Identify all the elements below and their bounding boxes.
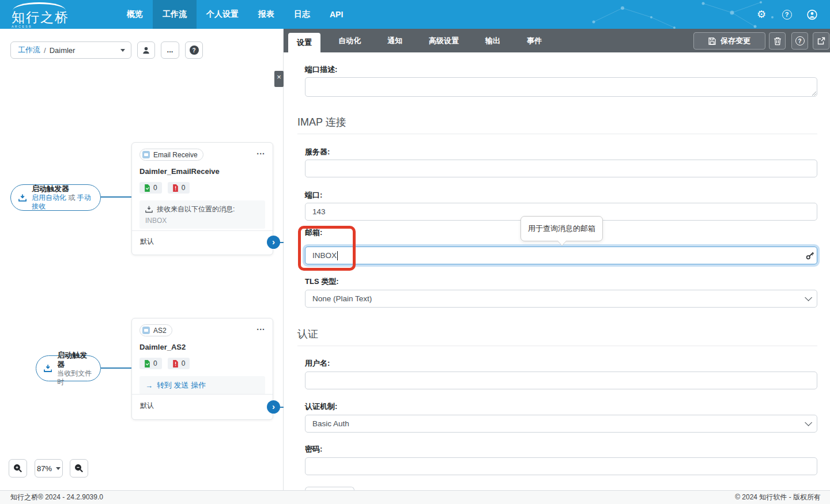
person-icon	[142, 46, 150, 55]
card-next-arrow-button[interactable]: ›	[267, 400, 280, 414]
or-text: 或	[68, 194, 75, 202]
auth-mechanism-select[interactable]: Basic Auth	[305, 415, 817, 433]
app-logo[interactable]: 知行之桥 ARCESB INTERNATIONAL	[12, 2, 75, 29]
chevron-down-icon	[56, 467, 61, 470]
tls-type-label: TLS 类型:	[305, 276, 339, 287]
breadcrumb-root[interactable]: 工作流	[18, 45, 40, 55]
account-icon[interactable]	[807, 9, 817, 20]
nav-item-overview[interactable]: 概览	[117, 0, 153, 29]
chevron-down-icon	[120, 49, 125, 52]
mailbox-input[interactable]: INBOX	[305, 247, 817, 264]
tab-notifications[interactable]: 通知	[379, 29, 411, 52]
tab-events[interactable]: 事件	[518, 29, 550, 52]
zoom-out-button[interactable]	[70, 459, 88, 478]
navbar-actions: ⚙ ?	[756, 0, 817, 29]
nav-item-api[interactable]: API	[320, 0, 353, 29]
port-description-label: 端口描述:	[305, 65, 337, 75]
card-footer-label: 默认	[140, 237, 154, 247]
workflow-user-button[interactable]	[137, 41, 155, 59]
start-trigger-as2[interactable]: 启动触发器 当收到文件时	[36, 355, 101, 381]
error-count[interactable]: 0	[168, 182, 190, 194]
zoom-level-dropdown[interactable]: 87%	[35, 459, 63, 478]
delete-button[interactable]	[769, 32, 786, 50]
tab-output[interactable]: 输出	[477, 29, 509, 52]
receive-tray-icon	[145, 206, 153, 213]
auth-mechanism-label: 认证机制:	[305, 401, 337, 412]
zoom-out-icon	[74, 464, 84, 473]
gear-icon[interactable]: ⚙	[756, 9, 767, 20]
start-trigger-email[interactable]: 启动触发器 启用自动化 或 手动接收	[10, 184, 101, 211]
footer-copyright-text: © 2024 知行软件 - 版权所有	[735, 491, 821, 504]
workflow-more-button[interactable]: ...	[161, 41, 179, 59]
top-navbar: 知行之桥 ARCESB INTERNATIONAL 概览 工作流 个人设置 报表…	[0, 0, 830, 29]
card-divider	[132, 230, 273, 231]
error-doc-icon	[172, 184, 179, 192]
trigger-title: 启动触发器	[32, 184, 92, 194]
footer-version-text: 知行之桥® 2024 - 24.2.9039.0	[10, 491, 103, 504]
mailbox-tooltip: 用于查询消息的邮箱	[520, 216, 603, 241]
tls-type-select[interactable]: None (Plain Text)	[305, 290, 817, 308]
arrow-right-icon: →	[145, 381, 153, 390]
key-icon[interactable]	[806, 251, 814, 260]
connector-line	[101, 196, 131, 198]
section-divider	[297, 134, 817, 134]
workflow-card-email-receive[interactable]: Email Receive ... Daimler_EmailReceive 0…	[131, 142, 273, 255]
connector-type-badge[interactable]: Email Receive	[139, 149, 203, 161]
status-footer: 知行之桥® 2024 - 24.2.9039.0 © 2024 知行软件 - 版…	[0, 490, 830, 504]
panel-divider	[283, 29, 284, 490]
close-panel-button[interactable]: ×	[274, 71, 284, 87]
card-message-box: → 转到 发送 操作	[139, 376, 265, 395]
tab-automation[interactable]: 自动化	[330, 29, 369, 52]
save-icon	[708, 37, 716, 45]
success-count[interactable]: 0	[139, 358, 162, 369]
main-nav: 概览 工作流 个人设置 报表 日志 API	[117, 0, 353, 29]
help-filled-icon: ?	[190, 46, 199, 55]
success-doc-icon	[144, 184, 150, 192]
tab-advanced[interactable]: 高级设置	[420, 29, 467, 52]
workflow-card-as2[interactable]: AS2 ... Daimler_AS2 0 0 → 转到 发送 操作	[131, 318, 273, 420]
help-icon[interactable]: ?	[782, 9, 792, 20]
enable-automation-link[interactable]: 启用自动化	[32, 194, 66, 202]
password-input[interactable]	[305, 457, 817, 475]
chevron-down-icon	[805, 294, 812, 301]
imap-section-heading: IMAP 连接	[297, 115, 346, 129]
card-menu-ellipsis-icon[interactable]: ...	[256, 149, 265, 154]
error-count[interactable]: 0	[168, 358, 190, 369]
panel-help-button[interactable]: ?	[791, 32, 808, 50]
card-menu-ellipsis-icon[interactable]: ...	[256, 324, 265, 330]
card-message-value: INBOX	[145, 217, 259, 225]
username-input[interactable]	[305, 372, 817, 389]
chevron-down-icon	[805, 419, 812, 426]
zoom-in-button[interactable]	[9, 459, 27, 478]
server-input[interactable]	[305, 160, 817, 177]
card-divider	[132, 394, 273, 395]
trigger-title: 启动触发器	[57, 351, 92, 369]
nav-item-logs[interactable]: 日志	[284, 0, 320, 29]
workflow-breadcrumb-select[interactable]: 工作流 / Daimler	[10, 41, 131, 59]
goto-send-action-link[interactable]: → 转到 发送 操作	[145, 380, 259, 391]
download-tray-icon	[44, 363, 52, 373]
password-label: 密码:	[305, 444, 322, 454]
auth-section-heading: 认证	[297, 327, 318, 341]
card-next-arrow-button[interactable]: ›	[267, 236, 280, 249]
nav-item-workflows[interactable]: 工作流	[153, 0, 197, 29]
username-label: 用户名:	[305, 358, 330, 369]
download-tray-icon	[18, 193, 27, 203]
open-in-new-button[interactable]	[813, 32, 829, 50]
help-icon: ?	[795, 36, 805, 46]
breadcrumb-separator: /	[44, 46, 46, 55]
nav-item-profile[interactable]: 个人设置	[197, 0, 248, 29]
port-description-textarea[interactable]	[305, 77, 817, 97]
settings-panel-header: 设置 自动化 通知 高级设置 输出 事件 保存变更 ?	[284, 29, 830, 52]
nav-item-reports[interactable]: 报表	[248, 0, 284, 29]
connector-type-badge[interactable]: AS2	[139, 324, 172, 336]
save-changes-button[interactable]: 保存变更	[693, 32, 765, 50]
ellipsis-icon: ...	[167, 48, 173, 52]
logo-subtitle: ARCESB INTERNATIONAL	[12, 25, 75, 29]
logo-title: 知行之桥	[12, 10, 75, 24]
tab-settings[interactable]: 设置	[288, 33, 320, 52]
logo-arc	[13, 2, 66, 10]
workflow-help-button[interactable]: ?	[185, 41, 203, 59]
success-count[interactable]: 0	[139, 182, 162, 194]
server-label: 服务器:	[305, 147, 330, 157]
